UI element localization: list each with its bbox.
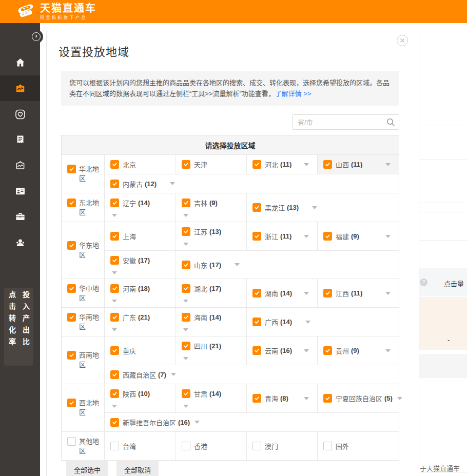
chevron-down-icon[interactable] bbox=[304, 292, 309, 295]
province-checkbox-item[interactable]: 香港 bbox=[176, 432, 246, 460]
province-checkbox-item[interactable]: 山东(17) bbox=[176, 251, 399, 279]
checkbox-checked[interactable] bbox=[110, 256, 119, 265]
chevron-down-icon[interactable] bbox=[304, 397, 309, 400]
chevron-down-icon[interactable] bbox=[112, 328, 117, 331]
checkbox-checked[interactable] bbox=[252, 203, 261, 212]
checkbox-checked[interactable] bbox=[67, 199, 76, 207]
chevron-down-icon[interactable] bbox=[305, 321, 310, 324]
close-icon[interactable]: ✕ bbox=[397, 35, 408, 46]
chevron-down-icon[interactable] bbox=[304, 235, 309, 238]
brand-logo[interactable]: 天猫直通车 阿里妈妈旗下产品 bbox=[15, 2, 96, 21]
deselect-all-button[interactable]: 全部取消 bbox=[116, 460, 159, 476]
province-checkbox-item[interactable]: 辽宁(14) bbox=[105, 193, 176, 222]
chevron-down-icon[interactable] bbox=[112, 405, 117, 408]
chevron-down-icon[interactable] bbox=[112, 271, 117, 274]
province-checkbox-item[interactable]: 浙江(11) bbox=[246, 222, 317, 250]
sidebar-item-toolbox[interactable] bbox=[0, 204, 40, 229]
province-checkbox-item[interactable]: 湖南(14) bbox=[246, 279, 317, 307]
province-checkbox-item[interactable]: 国外 bbox=[317, 432, 399, 460]
metrics-panel[interactable]: 点击转化率 投入产出比 bbox=[4, 288, 33, 366]
province-checkbox-item[interactable]: 甘肃(14) bbox=[176, 384, 246, 412]
chevron-down-icon[interactable] bbox=[183, 328, 188, 331]
province-checkbox-item[interactable]: 上海 bbox=[105, 222, 176, 250]
checkbox-checked[interactable] bbox=[182, 227, 190, 236]
checkbox-checked[interactable] bbox=[110, 346, 119, 355]
province-checkbox-item[interactable]: 天津 bbox=[176, 155, 246, 174]
region-checkbox-item[interactable]: 华南地区 bbox=[62, 308, 105, 336]
province-checkbox-item[interactable]: 台湾 bbox=[105, 432, 176, 460]
province-checkbox-item[interactable]: 吉林(9) bbox=[176, 193, 246, 222]
chevron-down-icon[interactable] bbox=[183, 300, 188, 303]
sidebar-item-report[interactable] bbox=[0, 127, 40, 152]
checkbox-checked[interactable] bbox=[323, 289, 332, 298]
sidebar-collapse-toggle[interactable]: › bbox=[29, 30, 43, 44]
region-checkbox-item[interactable]: 华中地区 bbox=[62, 279, 105, 307]
region-search-input[interactable] bbox=[292, 114, 399, 130]
checkbox-checked[interactable] bbox=[110, 313, 119, 322]
province-checkbox-item[interactable]: 四川(21) bbox=[176, 336, 246, 365]
checkbox-checked[interactable] bbox=[110, 232, 119, 241]
checkbox-unchecked[interactable] bbox=[252, 442, 261, 450]
province-checkbox-item[interactable]: 山西(11) bbox=[317, 155, 399, 174]
chevron-down-icon[interactable] bbox=[194, 421, 200, 424]
province-checkbox-item[interactable]: 海南(14) bbox=[176, 308, 246, 336]
province-checkbox-item[interactable]: 澳门 bbox=[246, 432, 317, 460]
chevron-down-icon[interactable] bbox=[183, 357, 188, 360]
checkbox-checked[interactable] bbox=[182, 284, 190, 293]
checkbox-checked[interactable] bbox=[110, 284, 119, 293]
province-checkbox-item[interactable]: 广西(14) bbox=[246, 308, 399, 336]
chevron-down-icon[interactable] bbox=[170, 182, 175, 185]
checkbox-checked[interactable] bbox=[323, 232, 332, 241]
chevron-down-icon[interactable] bbox=[385, 349, 391, 352]
province-checkbox-item[interactable]: 贵州(9) bbox=[317, 336, 399, 365]
province-checkbox-item[interactable]: 广东(21) bbox=[105, 308, 176, 336]
province-checkbox-item[interactable]: 江苏(13) bbox=[176, 222, 246, 250]
checkbox-unchecked[interactable] bbox=[182, 442, 190, 450]
checkbox-checked[interactable] bbox=[182, 389, 190, 398]
checkbox-checked[interactable] bbox=[252, 318, 261, 326]
checkbox-checked[interactable] bbox=[110, 160, 119, 169]
chevron-down-icon[interactable] bbox=[235, 263, 240, 266]
checkbox-checked[interactable] bbox=[110, 370, 119, 379]
sidebar-item-home[interactable] bbox=[0, 50, 40, 75]
checkbox-checked[interactable] bbox=[67, 241, 76, 250]
checkbox-checked[interactable] bbox=[252, 394, 261, 403]
checkbox-checked[interactable] bbox=[323, 160, 332, 169]
province-checkbox-item[interactable]: 宁夏回族自治区(5) bbox=[317, 384, 399, 412]
checkbox-unchecked[interactable] bbox=[323, 442, 332, 450]
checkbox-checked[interactable] bbox=[182, 261, 190, 269]
checkbox-checked[interactable] bbox=[323, 394, 332, 403]
province-checkbox-item[interactable]: 西藏自治区(7) bbox=[105, 365, 399, 384]
chevron-down-icon[interactable] bbox=[183, 214, 188, 217]
chevron-down-icon[interactable] bbox=[312, 206, 317, 209]
region-checkbox-item[interactable]: 东北地区 bbox=[62, 193, 105, 222]
select-all-button[interactable]: 全部选中 bbox=[66, 460, 108, 476]
chevron-down-icon[interactable] bbox=[183, 243, 188, 246]
checkbox-unchecked[interactable] bbox=[67, 437, 76, 446]
checkbox-checked[interactable] bbox=[323, 346, 332, 355]
province-checkbox-item[interactable]: 新疆维吾尔自治区(16) bbox=[105, 413, 399, 431]
region-checkbox-item[interactable]: 西南地区 bbox=[62, 336, 105, 384]
sidebar-item-idcard[interactable] bbox=[0, 178, 40, 204]
province-checkbox-item[interactable]: 河北(11) bbox=[246, 155, 317, 174]
province-checkbox-item[interactable]: 青海(8) bbox=[246, 384, 317, 412]
chevron-down-icon[interactable] bbox=[304, 349, 309, 352]
province-checkbox-item[interactable]: 陕西(10) bbox=[105, 384, 176, 412]
checkbox-checked[interactable] bbox=[67, 284, 76, 293]
checkbox-checked[interactable] bbox=[110, 418, 119, 427]
checkbox-checked[interactable] bbox=[110, 180, 119, 188]
checkbox-checked[interactable] bbox=[110, 199, 119, 207]
chevron-down-icon[interactable] bbox=[183, 405, 188, 408]
checkbox-checked[interactable] bbox=[67, 165, 76, 173]
chevron-down-icon[interactable] bbox=[171, 373, 176, 376]
region-checkbox-item[interactable]: 西北地区 bbox=[62, 384, 105, 431]
province-checkbox-item[interactable]: 河南(18) bbox=[105, 279, 176, 307]
checkbox-checked[interactable] bbox=[110, 389, 119, 398]
checkbox-checked[interactable] bbox=[67, 313, 76, 322]
checkbox-checked[interactable] bbox=[252, 346, 261, 355]
chevron-down-icon[interactable] bbox=[112, 214, 117, 217]
province-checkbox-item[interactable]: 内蒙古(12) bbox=[105, 174, 399, 193]
learn-more-link[interactable]: 了解详情 >> bbox=[275, 90, 312, 97]
chevron-down-icon[interactable] bbox=[397, 397, 402, 400]
sidebar-item-favorites[interactable] bbox=[0, 101, 40, 127]
